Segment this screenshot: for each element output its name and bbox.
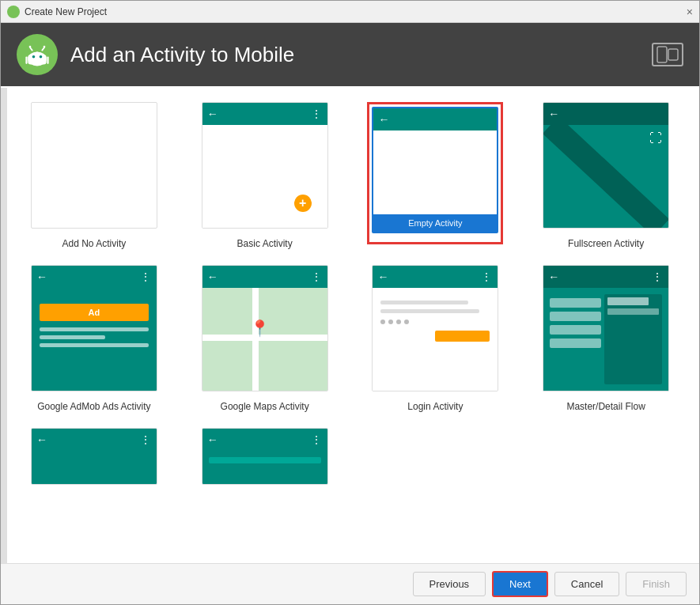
admob-body: Ad [32, 288, 157, 391]
card-thumbnail-maps[interactable]: ← ⋮ 📍 [202, 265, 328, 391]
activity-card-masterdetail[interactable]: ← ⋮ [528, 265, 683, 412]
card-thumbnail-admob[interactable]: ← ⋮ Ad [31, 265, 157, 391]
finish-button[interactable]: Finish [626, 572, 687, 596]
previous-button[interactable]: Previous [413, 572, 486, 596]
partial1-toolbar: ← ⋮ [32, 429, 157, 451]
maps-body: 📍 [202, 288, 327, 391]
maps-toolbar: ← ⋮ [202, 266, 327, 288]
md-row2 [550, 312, 601, 321]
activity-card-fullscreen[interactable]: ← ⛶ Fullscreen Activity [528, 102, 683, 249]
svg-point-4 [40, 55, 43, 59]
line1 [40, 327, 149, 331]
svg-point-0 [9, 8, 17, 16]
menu-dots-icon: ⋮ [311, 108, 323, 120]
card-thumbnail-partial2[interactable]: ← ⋮ [202, 428, 328, 485]
svg-rect-12 [668, 49, 678, 60]
card-thumbnail-login[interactable]: ← ⋮ [372, 265, 498, 391]
map-pin-icon: 📍 [250, 319, 270, 338]
device-icon [652, 43, 683, 66]
partial1-body [32, 451, 157, 484]
back-arrow-icon: ← [207, 270, 218, 283]
md-row4 [550, 338, 601, 348]
diagonal-decoration [543, 125, 668, 228]
scroll-edge [1, 88, 7, 563]
fab-icon: + [294, 195, 312, 212]
ad-bar: Ad [40, 304, 149, 321]
empty-body: Empty Activity [373, 130, 497, 232]
masterdetail-toolbar: ← ⋮ [543, 266, 668, 288]
activity-card-partial1[interactable]: ← ⋮ [17, 428, 172, 491]
menu-dots-icon: ⋮ [311, 270, 323, 283]
partial1-phone-mock: ← ⋮ [32, 429, 157, 484]
activity-card-none[interactable]: Add No Activity [17, 102, 172, 249]
empty-label-bar: Empty Activity [373, 214, 497, 232]
dialog-header: Add an Activity to Mobile [1, 23, 699, 86]
back-arrow-icon: ← [548, 270, 559, 283]
login-line2 [380, 309, 479, 313]
activity-card-login[interactable]: ← ⋮ [358, 265, 513, 412]
detail-line1 [607, 297, 649, 305]
svg-line-13 [551, 125, 661, 228]
basic-body: + [202, 125, 327, 228]
admob-toolbar: ← ⋮ [32, 266, 157, 288]
next-button[interactable]: Next [492, 571, 548, 597]
card-thumbnail-empty[interactable]: ← Empty Activity [372, 107, 498, 233]
activity-card-empty[interactable]: ← Empty Activity [358, 102, 513, 249]
login-toolbar: ← ⋮ [373, 266, 498, 288]
masterdetail-phone-mock: ← ⋮ [543, 266, 668, 391]
detail-line2 [607, 308, 659, 315]
dialog-title: Add an Activity to Mobile [70, 43, 639, 67]
card-thumbnail-none[interactable] [31, 102, 157, 229]
svg-rect-2 [28, 55, 46, 65]
back-arrow-icon: ← [548, 108, 559, 120]
md-row1 [550, 298, 601, 308]
card-thumbnail-basic[interactable]: ← ⋮ + [202, 102, 328, 229]
fullscreen-toolbar: ← [543, 103, 668, 125]
card-label-fullscreen: Fullscreen Activity [568, 238, 644, 249]
selected-wrapper: ← Empty Activity [367, 102, 503, 244]
login-phone-mock: ← ⋮ [373, 266, 498, 391]
basic-toolbar: ← ⋮ [202, 103, 327, 125]
menu-dots-icon: ⋮ [481, 270, 493, 283]
login-line1 [380, 301, 467, 304]
title-bar-text: Create New Project [25, 6, 682, 17]
card-label-maps: Google Maps Activity [221, 401, 309, 412]
title-bar: Create New Project × [1, 1, 699, 23]
fullscreen-phone-mock: ← ⛶ [543, 103, 668, 228]
svg-rect-11 [657, 47, 667, 62]
maps-phone-mock: ← ⋮ 📍 [202, 266, 327, 391]
activity-card-maps[interactable]: ← ⋮ 📍 Google Maps Activity [187, 265, 342, 412]
dot2 [388, 320, 393, 324]
activity-card-admob[interactable]: ← ⋮ Ad Google AdMob Ads [17, 265, 172, 412]
card-label-admob: Google AdMob Ads Activity [37, 401, 150, 412]
card-thumbnail-partial1[interactable]: ← ⋮ [31, 428, 157, 485]
activity-card-partial2[interactable]: ← ⋮ [187, 428, 342, 491]
card-thumbnail-fullscreen[interactable]: ← ⛶ [543, 102, 669, 229]
back-arrow-icon: ← [36, 433, 47, 446]
admob-phone-mock: ← ⋮ Ad [32, 266, 157, 391]
card-label-basic: Basic Activity [237, 238, 293, 249]
card-label-masterdetail: Master/Detail Flow [566, 401, 645, 412]
svg-point-3 [32, 55, 36, 59]
svg-line-6 [42, 47, 44, 51]
cancel-button[interactable]: Cancel [554, 572, 619, 596]
close-button[interactable]: × [687, 6, 693, 17]
activities-content[interactable]: Add No Activity ← ⋮ + Basic Activity [1, 86, 699, 563]
map-road-v [252, 288, 259, 391]
line2 [40, 335, 105, 339]
line3 [40, 343, 149, 347]
menu-dots-icon: ⋮ [652, 270, 664, 283]
login-btn-mock [435, 331, 490, 342]
dot4 [404, 320, 409, 324]
empty-phone-mock: ← Empty Activity [373, 108, 497, 232]
activity-card-basic[interactable]: ← ⋮ + Basic Activity [187, 102, 342, 249]
dot3 [396, 320, 401, 324]
svg-point-8 [44, 46, 46, 48]
basic-phone-mock: ← ⋮ + [202, 103, 327, 228]
card-thumbnail-masterdetail[interactable]: ← ⋮ [543, 265, 669, 391]
partial2-body [202, 451, 327, 484]
back-arrow-icon: ← [377, 270, 388, 283]
fullscreen-body: ⛶ [543, 125, 668, 228]
partial2-line [209, 457, 321, 463]
partial2-toolbar: ← ⋮ [202, 429, 327, 451]
